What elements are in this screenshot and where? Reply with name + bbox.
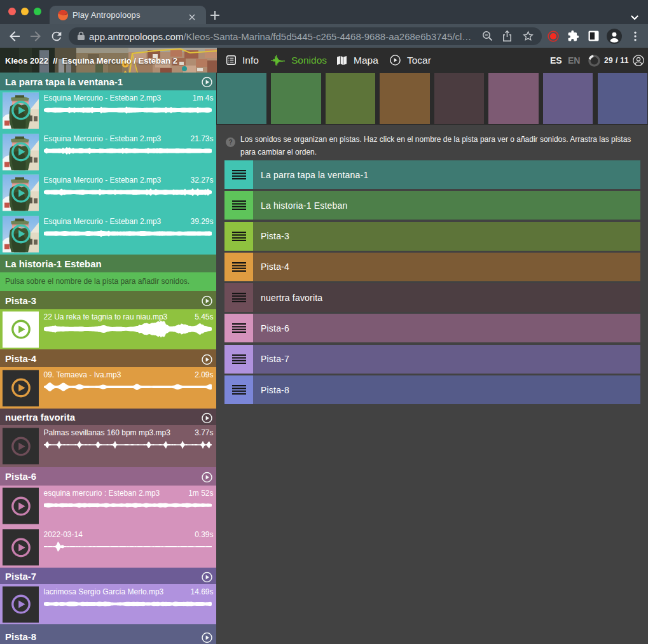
svg-text:?: ?	[228, 139, 232, 146]
